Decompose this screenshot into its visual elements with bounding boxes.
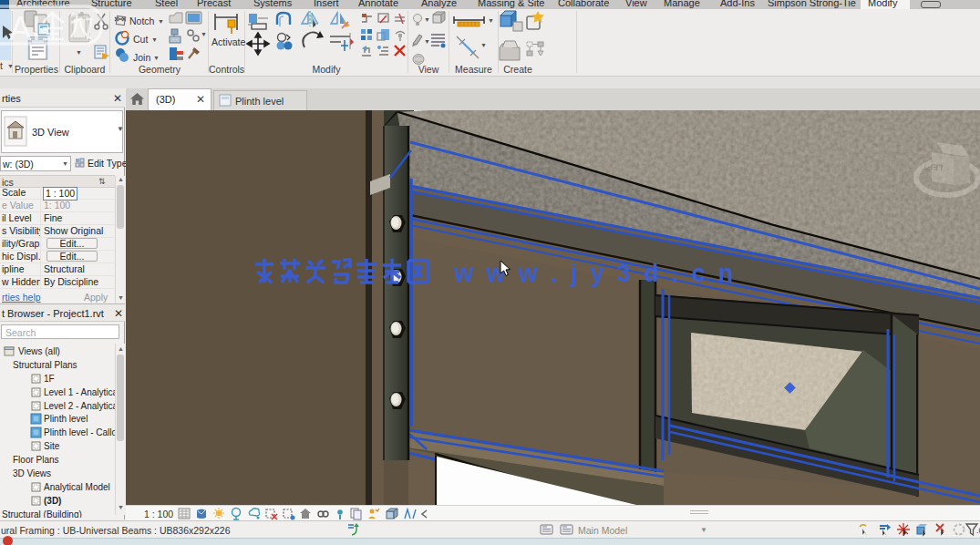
svg-text:▼: ▼ bbox=[7, 63, 14, 69]
svg-text:▼: ▼ bbox=[480, 42, 487, 48]
svg-text:▼: ▼ bbox=[424, 16, 430, 23]
svg-text:▼: ▼ bbox=[153, 55, 160, 61]
svg-text:Activate: Activate bbox=[211, 36, 246, 47]
svg-text:.0: .0 bbox=[976, 526, 980, 535]
svg-text:w w w . j y 3 d . c n: w w w . j y 3 d . c n bbox=[453, 260, 733, 287]
svg-text:AI: AI bbox=[9, 10, 41, 47]
svg-text:t: t bbox=[0, 60, 3, 71]
svg-text:LEFT: LEFT bbox=[922, 162, 943, 172]
svg-text:▼: ▼ bbox=[424, 38, 430, 45]
svg-text:▼: ▼ bbox=[488, 17, 494, 24]
